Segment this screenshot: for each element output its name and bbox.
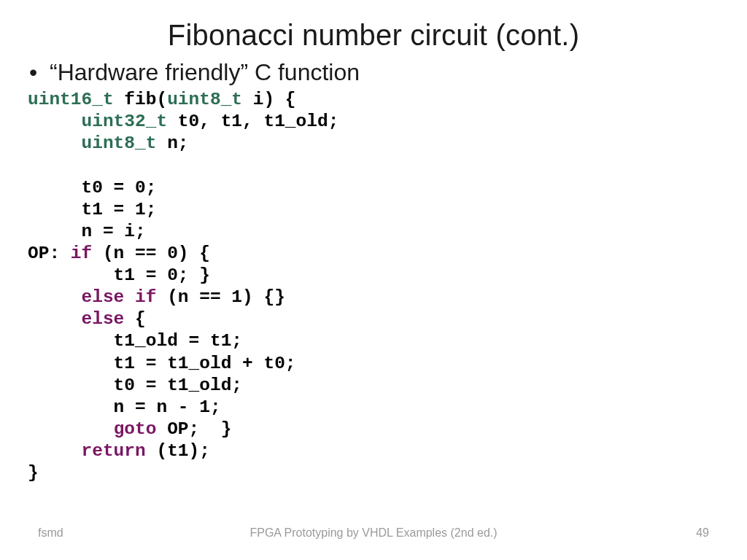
code-text: n = i;: [28, 222, 146, 241]
code-keyword: return: [82, 441, 146, 461]
bullet-item: • “Hardware friendly” C function: [28, 59, 719, 86]
code-keyword: else: [82, 309, 125, 329]
code-text: t0, t1, t1_old;: [167, 112, 338, 131]
code-type: uint32_t: [82, 112, 168, 131]
footer-left: fsmd: [38, 526, 125, 540]
code-text: OP:: [28, 244, 71, 263]
slide-body: • “Hardware friendly” C function uint16_…: [0, 52, 747, 484]
code-text: {: [124, 309, 145, 329]
code-text: [28, 419, 114, 439]
code-type: uint16_t: [28, 90, 114, 109]
code-text: t0 = t1_old;: [28, 376, 242, 395]
code-text: fib(: [114, 90, 168, 109]
code-text: t1 = t1_old + t0;: [28, 354, 296, 373]
bullet-text: “Hardware friendly” C function: [50, 59, 360, 86]
slide: Fibonacci number circuit (cont.) • “Hard…: [0, 0, 747, 560]
bullet-dot-icon: •: [28, 61, 50, 84]
code-text: [28, 441, 82, 461]
code-text: [28, 112, 82, 131]
code-text: [28, 133, 82, 153]
slide-footer: fsmd FPGA Prototyping by VHDL Examples (…: [0, 526, 747, 540]
footer-center: FPGA Prototyping by VHDL Examples (2nd e…: [125, 526, 622, 540]
code-keyword: else if: [82, 287, 157, 307]
code-text: t0 = 0;: [28, 178, 156, 198]
code-text: (n == 1) {}: [156, 287, 285, 307]
code-text: n;: [156, 133, 188, 153]
code-type: uint8_t: [82, 133, 157, 153]
code-text: i) {: [242, 90, 296, 109]
code-keyword: if: [71, 244, 92, 263]
code-text: n = n - 1;: [28, 397, 221, 417]
footer-page-number: 49: [622, 526, 709, 540]
code-blank: [28, 155, 39, 175]
code-text: (t1);: [146, 441, 210, 461]
code-text: [28, 287, 82, 307]
code-text: [28, 309, 82, 329]
code-text: }: [28, 463, 39, 483]
code-text: (n == 0) {: [92, 244, 210, 263]
code-text: t1 = 1;: [28, 200, 156, 219]
slide-title: Fibonacci number circuit (cont.): [0, 0, 747, 52]
code-text: OP; }: [156, 419, 231, 439]
code-text: t1_old = t1;: [28, 331, 242, 351]
code-keyword: goto: [114, 419, 157, 439]
code-block: uint16_t fib(uint8_t i) { uint32_t t0, t…: [28, 89, 719, 484]
code-text: t1 = 0; }: [28, 265, 210, 285]
code-type: uint8_t: [167, 90, 242, 109]
